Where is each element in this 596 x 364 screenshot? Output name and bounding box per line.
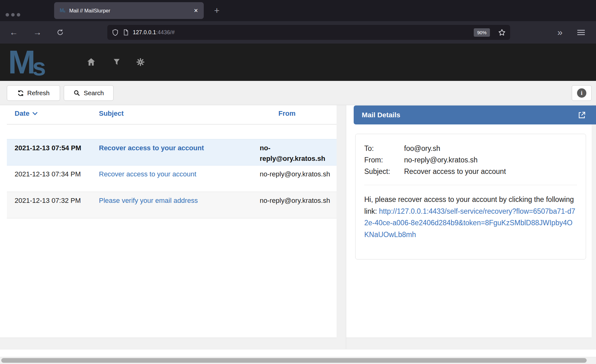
- new-tab-button[interactable]: +: [210, 4, 223, 17]
- info-button[interactable]: i: [572, 85, 592, 101]
- to-value: foo@ory.sh: [404, 143, 440, 154]
- cell-from: no-reply@ory.kratos.sh: [260, 169, 336, 180]
- search-icon: [73, 90, 80, 96]
- page-icon: [123, 29, 129, 36]
- mail-details-title: Mail Details: [362, 111, 400, 119]
- cell-date: 2021-12-13 07:34 PM: [15, 169, 82, 180]
- subject-label: Subject:: [364, 166, 404, 177]
- mail-details-card: To: foo@ory.sh From: no-reply@ory.kratos…: [355, 134, 586, 259]
- app-toolbar: Refresh Search i: [0, 81, 596, 105]
- horizontal-scrollbar: [0, 357, 596, 364]
- field-subject: Subject: Recover access to your account: [364, 166, 577, 177]
- mail-row[interactable]: 2021-12-13 07:54 PM Recover access to yo…: [7, 139, 337, 166]
- refresh-icon: [17, 90, 24, 96]
- cell-date: 2021-12-13 07:32 PM: [15, 195, 82, 206]
- mail-row[interactable]: 2021-12-13 07:32 PM Please verify your e…: [7, 192, 337, 218]
- mail-row[interactable]: 2021-12-13 07:34 PM Recover access to yo…: [7, 166, 337, 192]
- hamburger-icon: [577, 29, 585, 36]
- browser-toolbar: ← → 127.0.0.1:4436/# 90%: [0, 21, 596, 44]
- field-from: From: no-reply@ory.kratos.sh: [364, 154, 577, 166]
- home-button[interactable]: [84, 55, 98, 69]
- column-header-subject: Subject: [99, 110, 123, 118]
- mail-list-header: Date Subject From: [7, 105, 337, 124]
- mail-list-panel: Date Subject From 2021-12-13 07:54 PM Re…: [0, 105, 337, 338]
- url-text: 127.0.0.1:4436/#: [133, 29, 175, 36]
- details-separator: [364, 185, 577, 185]
- sort-chevron-down-icon: [32, 112, 38, 115]
- app-menu-button[interactable]: [574, 21, 589, 44]
- tab-strip: Ms Mail // MailSlurper ✕ +: [0, 0, 596, 21]
- mail-details-header: Mail Details: [354, 105, 596, 124]
- cell-from: no-reply@ory.kratos.sh: [260, 143, 336, 164]
- external-link-icon: [577, 111, 586, 119]
- browser-tab[interactable]: Ms Mail // MailSlurper ✕: [54, 2, 204, 19]
- open-external-button[interactable]: [577, 111, 586, 119]
- settings-button[interactable]: [133, 55, 147, 69]
- zoom-level-badge[interactable]: 90%: [474, 28, 490, 37]
- reload-icon: [57, 29, 64, 36]
- field-to: To: foo@ory.sh: [364, 143, 577, 154]
- url-bar[interactable]: 127.0.0.1:4436/# 90%: [107, 25, 510, 40]
- star-icon: [498, 29, 506, 36]
- column-header-date[interactable]: Date: [15, 110, 38, 118]
- recovery-link[interactable]: http://127.0.0.1:4433/self-service/recov…: [364, 207, 575, 239]
- reload-button[interactable]: [53, 21, 68, 44]
- search-button[interactable]: Search: [64, 85, 114, 101]
- app-header: M s: [0, 44, 596, 81]
- tab-title: Mail // MailSlurper: [69, 8, 110, 14]
- search-label: Search: [84, 89, 104, 97]
- horizontal-scrollbar-thumb[interactable]: [1, 358, 587, 363]
- overflow-menu-button[interactable]: »: [552, 21, 567, 44]
- bottom-strip: [0, 349, 596, 357]
- main-content: Date Subject From 2021-12-13 07:54 PM Re…: [0, 105, 596, 364]
- window-control-dot[interactable]: [6, 13, 9, 16]
- refresh-button[interactable]: Refresh: [7, 85, 60, 101]
- mailslurper-favicon: Ms: [60, 8, 65, 13]
- filter-icon: [113, 58, 120, 66]
- cell-subject-link[interactable]: Please verify your email address: [99, 195, 251, 206]
- cell-subject-link[interactable]: Recover access to your account: [99, 143, 251, 153]
- back-button[interactable]: ←: [6, 21, 21, 44]
- subject-value: Recover access to your account: [404, 166, 506, 177]
- to-label: To:: [364, 143, 404, 154]
- column-header-from: From: [278, 110, 296, 118]
- refresh-label: Refresh: [27, 89, 50, 97]
- tab-close-button[interactable]: ✕: [194, 7, 198, 14]
- from-value: no-reply@ory.kratos.sh: [404, 154, 477, 166]
- from-label: From:: [364, 154, 404, 166]
- url-host: 127.0.0.1: [133, 29, 156, 35]
- window-control-dot[interactable]: [11, 13, 15, 16]
- forward-button[interactable]: →: [30, 21, 45, 44]
- info-icon: i: [577, 88, 586, 98]
- mail-rows: 2021-12-13 07:54 PM Recover access to yo…: [7, 139, 337, 218]
- url-suffix: :4436/#: [156, 29, 175, 35]
- window-control-dot[interactable]: [17, 13, 20, 16]
- shield-icon: [112, 29, 119, 36]
- cell-date: 2021-12-13 07:54 PM: [15, 143, 82, 153]
- browser-window: Ms Mail // MailSlurper ✕ + ← → 127.0.0.1…: [0, 0, 596, 364]
- mailslurper-logo: M s: [8, 45, 46, 79]
- home-icon: [87, 58, 95, 66]
- bookmark-star-button[interactable]: [498, 29, 506, 36]
- cell-from: no-reply@ory.kratos.sh: [260, 195, 336, 206]
- gear-icon: [136, 58, 145, 66]
- window-controls[interactable]: [6, 13, 20, 16]
- cell-subject-link[interactable]: Recover access to your account: [99, 169, 251, 180]
- filter-button[interactable]: [109, 55, 124, 69]
- mail-body: Hi, please recover access to your accoun…: [364, 194, 577, 240]
